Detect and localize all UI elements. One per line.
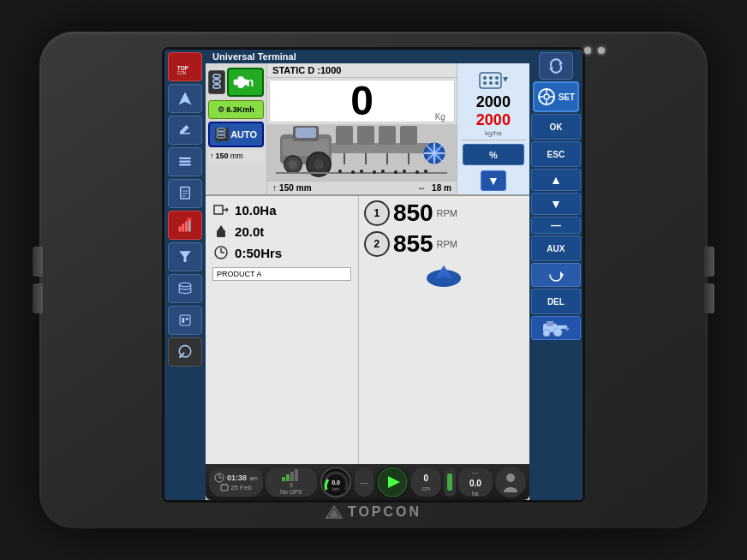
clock-status: 01:38 am 25 Feb <box>209 468 263 497</box>
sidebar-item-settings[interactable] <box>168 337 202 366</box>
area-icon <box>212 201 230 218</box>
main-screen: TOP CON <box>162 47 585 503</box>
depth-arrow-icon: ↑ <box>272 183 277 193</box>
on-label: On <box>237 75 254 89</box>
sidebar-item-navigate[interactable] <box>168 84 202 113</box>
svg-point-66 <box>489 76 493 80</box>
target-rate-group: 2000 2000 kg/ha <box>461 93 526 140</box>
esc-button[interactable]: ESC <box>531 141 581 167</box>
speed-icon: ⚙ <box>218 105 224 114</box>
width-dim-value: 18 m <box>432 183 451 193</box>
ha-value: 0.0 <box>469 479 481 488</box>
depth-value: 150 <box>216 152 229 160</box>
sidebar-item-filter[interactable] <box>168 242 202 271</box>
clock-status-icon <box>214 473 224 483</box>
sidebar-item-container[interactable] <box>168 306 202 335</box>
svg-text:kph: kph <box>332 486 339 491</box>
depth-dim-unit: mm <box>296 183 312 193</box>
aux-label: AUX <box>547 244 565 253</box>
actual-rate-value: 2000 <box>476 111 511 129</box>
rate-bar-green <box>447 474 452 491</box>
right-side-btn-2[interactable] <box>704 283 714 313</box>
svg-point-113 <box>565 327 569 331</box>
stats-panel: 10.0Ha 20.0t <box>206 196 358 464</box>
navigate-icon <box>177 91 193 106</box>
svg-rect-28 <box>217 128 225 131</box>
weight-unit: Kg <box>435 112 445 122</box>
tractor-button[interactable] <box>531 316 581 340</box>
play-indicator <box>376 466 409 498</box>
time-value: 01:38 <box>227 474 247 482</box>
svg-rect-13 <box>185 222 188 232</box>
sidebar-item-topcon[interactable]: TOP CON <box>168 52 202 81</box>
static-d-title: STATIC D :1000 <box>267 63 457 78</box>
top-section: On ⚙ 6.3Kmh <box>206 63 529 196</box>
ok-label: OK <box>549 122 562 132</box>
svg-rect-20 <box>182 318 184 323</box>
svg-point-65 <box>483 76 487 80</box>
left-side-btn-1[interactable] <box>33 247 43 277</box>
svg-rect-21 <box>186 318 188 320</box>
sidebar-item-storage[interactable] <box>168 274 202 303</box>
svg-rect-82 <box>441 277 446 287</box>
svg-rect-42 <box>379 126 396 145</box>
svg-point-18 <box>179 283 191 287</box>
down-arrow-button[interactable]: ▼ <box>531 193 581 215</box>
person-icon-svg <box>499 470 523 494</box>
set-button[interactable]: SET <box>533 81 579 112</box>
del-button[interactable]: DEL <box>531 289 581 314</box>
svg-rect-12 <box>182 224 184 232</box>
svg-text:CON: CON <box>177 71 186 75</box>
refresh-button[interactable] <box>539 52 573 80</box>
svg-rect-91 <box>290 472 294 481</box>
percent-button[interactable]: % <box>463 144 524 165</box>
minus-button[interactable]: — <box>531 217 581 234</box>
settings-icon <box>177 344 193 360</box>
gps-speed: 0 <box>290 482 293 488</box>
auto-label: AUTO <box>230 129 257 140</box>
svg-marker-17 <box>179 251 191 262</box>
chain-svg <box>211 74 223 91</box>
hours-value: 0:50Hrs <box>235 246 282 260</box>
cm-unit: cm <box>422 486 430 491</box>
rpm2-circle: 2 <box>364 231 390 257</box>
screen-title: Universal Terminal <box>212 51 296 62</box>
aux-button[interactable]: AUX <box>531 235 581 261</box>
down-nav-btn[interactable]: ▼ <box>461 170 526 191</box>
rpm1-unit: RPM <box>437 208 457 218</box>
auto-button[interactable]: AUTO <box>208 122 264 147</box>
left-side-btn-2[interactable] <box>33 283 43 313</box>
clock-display: 01:38 am <box>214 473 258 483</box>
top-right-panel: 2000 2000 kg/ha % ▼ <box>457 63 529 194</box>
seeder-visual-area <box>267 124 457 181</box>
sidebar-item-edit[interactable] <box>168 116 202 145</box>
topcon-brand-icon <box>326 505 343 519</box>
sidebar-item-document[interactable] <box>168 179 202 208</box>
device-body: TOP CON <box>39 32 708 528</box>
ok-button[interactable]: OK <box>531 114 581 140</box>
layers-icon <box>177 154 193 170</box>
rpm1-label: 1 <box>374 207 380 219</box>
svg-point-110 <box>543 330 550 337</box>
right-side-buttons <box>704 247 714 313</box>
speed-gauge-svg: 0.0 kph <box>320 466 352 498</box>
right-side-btn-1[interactable] <box>704 247 714 277</box>
svg-point-36 <box>289 160 297 169</box>
svg-text:0.0: 0.0 <box>332 480 340 486</box>
ha-unit: ha <box>472 491 479 497</box>
svg-point-56 <box>415 170 419 174</box>
svg-rect-19 <box>180 315 190 325</box>
container-icon <box>177 313 193 328</box>
rotate-button[interactable] <box>531 263 581 287</box>
on-button[interactable]: On <box>227 68 264 97</box>
seed-icon-svg <box>478 69 508 90</box>
calendar-icon <box>220 483 229 491</box>
sidebar-item-signal[interactable] <box>168 211 202 240</box>
sidebar-item-layers[interactable] <box>168 147 202 176</box>
up-arrow-button[interactable]: ▲ <box>531 169 581 191</box>
svg-rect-11 <box>179 227 182 232</box>
area-svg <box>213 202 229 217</box>
seeder-svg <box>276 124 447 177</box>
rpm2-unit: RPM <box>437 239 457 249</box>
down-arrow-icon: ▼ <box>481 170 506 191</box>
